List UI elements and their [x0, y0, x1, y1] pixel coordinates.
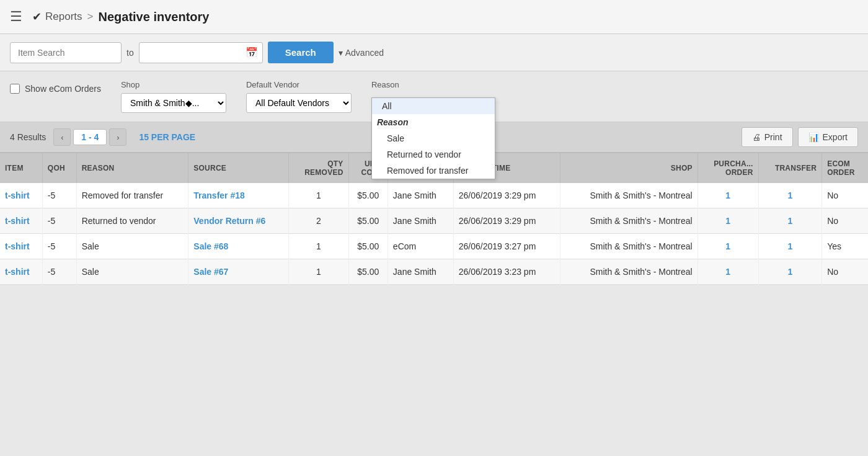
cell-source: Sale #67	[188, 259, 289, 285]
breadcrumb: Reports > Negative inventory	[45, 10, 209, 24]
cell-transfer: 1	[758, 208, 822, 234]
cell-item: t-shirt	[0, 208, 42, 234]
pagination: ‹ 1 - 4 ›	[53, 128, 126, 146]
breadcrumb-separator: >	[87, 11, 94, 23]
print-icon: 🖨	[752, 132, 761, 142]
reason-option-removed[interactable]: Removed for transfer	[372, 163, 495, 179]
cell-employee: Jane Smith	[388, 259, 453, 285]
vendor-filter: Default Vendor All Default Vendors	[246, 80, 352, 113]
cell-item: t-shirt	[0, 259, 42, 285]
table-row: t-shirt -5 Sale Sale #68 1 $5.00 eCom 26…	[0, 234, 868, 259]
right-actions: 🖨 Print 📊 Export	[742, 122, 858, 152]
col-purchase-order: PURCHA...ORDER	[698, 153, 758, 183]
cell-shop: Smith & Smith's - Montreal	[560, 208, 698, 234]
advanced-label: Advanced	[345, 48, 384, 58]
export-label: Export	[823, 132, 848, 142]
reports-link[interactable]: Reports	[45, 11, 82, 23]
cell-purchase-order: 1	[698, 208, 758, 234]
show-ecom-filter: Show eCom Orders	[10, 84, 101, 94]
table-row: t-shirt -5 Returned to vendor Vendor Ret…	[0, 208, 868, 234]
cell-unit-cost: $5.00	[348, 234, 388, 259]
table-row: t-shirt -5 Sale Sale #67 1 $5.00 Jane Sm…	[0, 259, 868, 285]
export-icon: 📊	[808, 132, 819, 142]
results-count: 4 Results	[10, 125, 46, 150]
shop-select[interactable]: Smith & Smith◆...	[121, 93, 226, 113]
vendor-select[interactable]: All Default Vendors	[246, 93, 352, 113]
source-link[interactable]: Sale #68	[193, 241, 228, 251]
cell-reason: Removed for transfer	[76, 183, 188, 208]
cell-employee: eCom	[388, 234, 453, 259]
reason-filter: Reason All Reason Sale Returned to vendo…	[371, 80, 399, 89]
reason-option-group: Reason	[372, 114, 495, 130]
chevron-down-icon: ▾	[339, 48, 343, 58]
cell-item: t-shirt	[0, 183, 42, 208]
cell-datetime: 26/06/2019 3:29 pm	[453, 183, 560, 208]
cell-source: Vendor Return #6	[188, 208, 289, 234]
per-page-selector[interactable]: 15 PER PAGE	[134, 130, 200, 145]
cell-unit-cost: $5.00	[348, 208, 388, 234]
cell-qty-removed: 1	[289, 259, 349, 285]
col-shop: SHOP	[560, 153, 698, 183]
col-qty-removed: QTYREMOVED	[289, 153, 349, 183]
cell-ecom-order: No	[822, 259, 868, 285]
col-transfer: TRANSFER	[758, 153, 822, 183]
cell-ecom-order: No	[822, 208, 868, 234]
advanced-button[interactable]: ▾ Advanced	[339, 48, 384, 58]
hamburger-icon[interactable]: ☰	[10, 9, 22, 25]
show-ecom-checkbox[interactable]	[10, 84, 20, 94]
cell-employee: Jane Smith	[388, 183, 453, 208]
cell-ecom-order: No	[822, 183, 868, 208]
print-button[interactable]: 🖨 Print	[742, 127, 793, 147]
table-body: t-shirt -5 Removed for transfer Transfer…	[0, 183, 868, 285]
cell-datetime: 26/06/2019 3:27 pm	[453, 234, 560, 259]
shop-filter: Shop Smith & Smith◆...	[121, 80, 226, 113]
cell-qty-removed: 2	[289, 208, 349, 234]
shop-label: Shop	[121, 80, 226, 89]
logo-icon: ✔	[32, 10, 42, 24]
cell-reason: Sale	[76, 234, 188, 259]
source-link[interactable]: Vendor Return #6	[193, 216, 265, 226]
cell-employee: Jane Smith	[388, 208, 453, 234]
cell-source: Transfer #18	[188, 183, 289, 208]
date-to-label: to	[126, 48, 134, 58]
source-link[interactable]: Sale #67	[193, 267, 228, 277]
show-ecom-label: Show eCom Orders	[25, 84, 101, 94]
header: ☰ ✔ Reports > Negative inventory	[0, 0, 868, 34]
cell-qty-removed: 1	[289, 234, 349, 259]
cell-ecom-order: Yes	[822, 234, 868, 259]
page-next-button[interactable]: ›	[109, 128, 126, 146]
reason-listbox[interactable]: All Reason Sale Returned to vendor Remov…	[371, 97, 495, 179]
date-picker-wrap: 📅	[139, 42, 263, 63]
cell-source: Sale #68	[188, 234, 289, 259]
cell-shop: Smith & Smith's - Montreal	[560, 259, 698, 285]
cell-purchase-order: 1	[698, 259, 758, 285]
col-qoh: QOH	[42, 153, 76, 183]
cell-unit-cost: $5.00	[348, 183, 388, 208]
search-bar: to 📅 Search ▾ Advanced	[0, 34, 868, 71]
page-prev-button[interactable]: ‹	[53, 128, 71, 146]
col-source: SOURCE	[188, 153, 289, 183]
date-input[interactable]	[139, 42, 263, 63]
cell-transfer: 1	[758, 259, 822, 285]
cell-datetime: 26/06/2019 3:29 pm	[453, 208, 560, 234]
col-reason: REASON	[76, 153, 188, 183]
page-range: 1 - 4	[73, 129, 107, 145]
search-button[interactable]: Search	[268, 42, 334, 63]
search-input[interactable]	[10, 42, 122, 63]
reason-option-sale[interactable]: Sale	[372, 130, 495, 146]
col-ecom-order: ECOMORDER	[822, 153, 868, 183]
source-link[interactable]: Transfer #18	[193, 190, 245, 200]
cell-qoh: -5	[42, 259, 76, 285]
cell-shop: Smith & Smith's - Montreal	[560, 183, 698, 208]
cell-reason: Returned to vendor	[76, 208, 188, 234]
cell-qty-removed: 1	[289, 183, 349, 208]
cell-unit-cost: $5.00	[348, 259, 388, 285]
cell-reason: Sale	[76, 259, 188, 285]
table-row: t-shirt -5 Removed for transfer Transfer…	[0, 183, 868, 208]
reason-option-returned[interactable]: Returned to vendor	[372, 146, 495, 163]
export-button[interactable]: 📊 Export	[798, 127, 858, 147]
page-title: Negative inventory	[98, 10, 209, 24]
reason-option-all[interactable]: All	[372, 98, 495, 114]
print-label: Print	[764, 132, 782, 142]
cell-transfer: 1	[758, 234, 822, 259]
